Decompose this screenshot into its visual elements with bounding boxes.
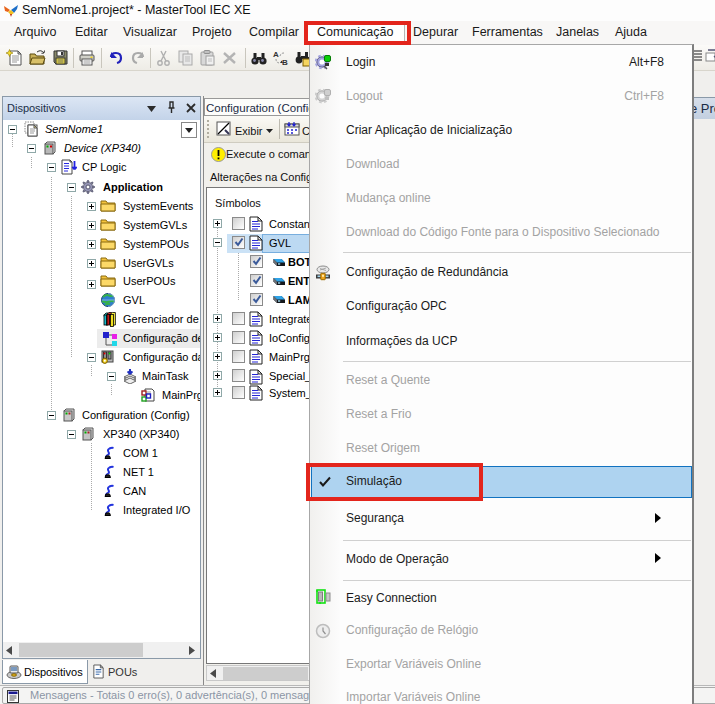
svg-text:B: B [282, 58, 288, 67]
svg-text:A: A [273, 50, 279, 59]
